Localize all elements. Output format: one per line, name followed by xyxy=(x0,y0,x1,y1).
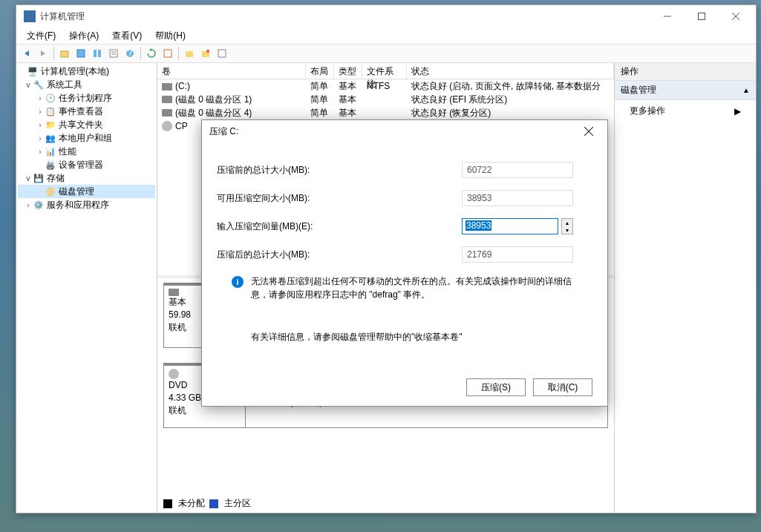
volume-icon xyxy=(162,83,172,91)
input-amount-spinner: 38953 ▲ ▼ xyxy=(462,218,573,234)
available-label: 可用压缩空间大小(MB): xyxy=(217,192,462,205)
svg-rect-17 xyxy=(218,50,226,57)
cell: 状态良好 (启动, 页面文件, 故障转储, 基本数据分 xyxy=(407,79,614,93)
toolbar-icon-2[interactable] xyxy=(90,46,105,61)
actions-panel: 操作 磁盘管理 ▲ 更多操作 ▶ xyxy=(615,63,756,513)
info-text-1: 无法将卷压缩到超出任何不可移动的文件所在的点。有关完成该操作时间的详细信息，请参… xyxy=(251,275,578,301)
menu-file[interactable]: 文件(F) xyxy=(21,28,62,44)
total-before-label: 压缩前的总计大小(MB): xyxy=(217,164,462,177)
toolbar-icon-4[interactable] xyxy=(182,46,197,61)
cell xyxy=(362,99,407,100)
properties-button[interactable] xyxy=(106,46,121,61)
tree-label: 设备管理器 xyxy=(59,159,103,171)
cell: 简单 xyxy=(306,79,334,93)
cell: 基本 xyxy=(334,79,362,93)
refresh-button[interactable] xyxy=(144,46,159,61)
tree-local-users[interactable]: ›👥本地用户和组 xyxy=(18,131,155,145)
volume-icon xyxy=(162,109,172,116)
col-status[interactable]: 状态 xyxy=(407,63,614,79)
cd-icon xyxy=(162,121,172,131)
tree-event-viewer[interactable]: ›📋事件查看器 xyxy=(18,105,155,118)
cell: 状态良好 (EFI 系统分区) xyxy=(407,93,614,107)
tree-services-apps[interactable]: ›⚙️服务和应用程序 xyxy=(18,198,155,211)
tree-label: 服务和应用程序 xyxy=(47,199,109,211)
tree-label: 任务计划程序 xyxy=(59,92,112,105)
actions-more-label: 更多操作 xyxy=(630,105,665,117)
spinner-up-button[interactable]: ▲ xyxy=(562,219,572,226)
col-layout[interactable]: 布局 xyxy=(306,63,334,79)
col-fs[interactable]: 文件系统 xyxy=(362,63,407,79)
actions-section[interactable]: 磁盘管理 ▲ xyxy=(615,81,756,100)
cell: 简单 xyxy=(306,93,334,107)
tree-task-scheduler[interactable]: ›🕒任务计划程序 xyxy=(18,91,155,105)
actions-more[interactable]: 更多操作 ▶ xyxy=(615,100,756,122)
tree-label: 本地用户和组 xyxy=(59,132,112,145)
actions-section-label: 磁盘管理 xyxy=(621,84,656,96)
dialog-buttons: 压缩(S) 取消(C) xyxy=(202,369,607,406)
tree-label: 存储 xyxy=(47,172,65,185)
menubar: 文件(F) 操作(A) 查看(V) 帮助(H) xyxy=(16,27,756,44)
tree-performance[interactable]: ›📊性能 xyxy=(18,145,155,158)
back-button[interactable] xyxy=(19,46,34,61)
cell: 基本 xyxy=(334,93,362,107)
toolbar-icon-5[interactable] xyxy=(198,46,213,61)
spinner-down-button[interactable]: ▼ xyxy=(562,226,572,234)
tree-label: 共享文件夹 xyxy=(59,119,103,131)
maximize-button[interactable] xyxy=(685,5,719,27)
info-row-1: i 无法将卷压缩到超出任何不可移动的文件所在的点。有关完成该操作时间的详细信息，… xyxy=(232,275,578,301)
svg-rect-13 xyxy=(164,50,172,57)
list-row[interactable]: (磁盘 0 磁盘分区 1)简单基本状态良好 (EFI 系统分区) xyxy=(157,93,614,106)
forward-button[interactable] xyxy=(36,46,50,61)
cell: (磁盘 0 磁盘分区 1) xyxy=(175,94,252,105)
svg-rect-4 xyxy=(61,51,68,57)
legend-swatch-primary xyxy=(209,499,218,508)
menu-help[interactable]: 帮助(H) xyxy=(149,28,192,44)
app-icon xyxy=(24,10,36,22)
svg-rect-5 xyxy=(77,50,85,57)
cell: 状态良好 (恢复分区) xyxy=(407,106,614,120)
cell xyxy=(362,112,407,114)
close-button[interactable] xyxy=(719,5,753,27)
cancel-button[interactable]: 取消(C) xyxy=(533,378,592,396)
tree-storage[interactable]: v💾存储 xyxy=(18,171,155,185)
shrink-button[interactable]: 压缩(S) xyxy=(466,378,526,396)
list-row[interactable]: (磁盘 0 磁盘分区 4)简单基本状态良好 (恢复分区) xyxy=(157,106,614,119)
toolbar-icon-3[interactable] xyxy=(160,46,175,61)
legend-label: 主分区 xyxy=(224,497,251,510)
legend-label: 未分配 xyxy=(178,497,205,510)
tree-disk-management[interactable]: 📀磁盘管理 xyxy=(18,185,155,198)
col-type[interactable]: 类型 xyxy=(334,63,362,79)
help-button[interactable]: ? xyxy=(123,46,137,61)
total-after-value: 21769 xyxy=(462,246,573,263)
up-button[interactable] xyxy=(57,46,72,61)
toolbar-icon-6[interactable] xyxy=(215,46,229,61)
svg-text:?: ? xyxy=(128,48,133,58)
list-row[interactable]: (C:)简单基本NTFS状态良好 (启动, 页面文件, 故障转储, 基本数据分 xyxy=(157,79,614,93)
input-amount-field[interactable] xyxy=(462,218,558,234)
shrink-dialog: 压缩 C: 压缩前的总计大小(MB): 60722 可用压缩空间大小(MB): … xyxy=(201,119,608,407)
info-text-2: 有关详细信息，请参阅磁盘管理帮助中的"收缩基本卷" xyxy=(251,331,463,344)
svg-rect-8 xyxy=(110,50,117,57)
collapse-icon: ▲ xyxy=(742,86,750,94)
volume-icon xyxy=(162,96,172,103)
tree-label: 系统工具 xyxy=(47,79,82,91)
total-before-value: 60722 xyxy=(462,162,573,178)
total-after-label: 压缩后的总计大小(MB): xyxy=(217,249,462,261)
cell: (C:) xyxy=(175,81,190,91)
input-amount-label: 输入压缩空间量(MB)(E): xyxy=(217,220,462,233)
tree-root-label: 计算机管理(本地) xyxy=(41,65,109,78)
tree-shared-folders[interactable]: ›📁共享文件夹 xyxy=(18,118,155,131)
minimize-button[interactable] xyxy=(650,5,685,27)
menu-view[interactable]: 查看(V) xyxy=(106,28,148,44)
toolbar-icon-1[interactable] xyxy=(74,46,88,61)
info-icon: i xyxy=(232,276,244,288)
menu-action[interactable]: 操作(A) xyxy=(63,28,105,44)
col-volume[interactable]: 卷 xyxy=(157,63,306,79)
tree-system-tools[interactable]: v🔧系统工具 xyxy=(18,78,155,91)
cell: CP xyxy=(175,121,188,131)
tree-root[interactable]: 🖥️计算机管理(本地) xyxy=(18,65,155,78)
tree-panel: 🖥️计算机管理(本地) v🔧系统工具 ›🕒任务计划程序 ›📋事件查看器 ›📁共享… xyxy=(16,63,157,513)
dialog-close-button[interactable] xyxy=(578,120,600,142)
tree-device-manager[interactable]: 🖨️设备管理器 xyxy=(18,158,155,171)
dialog-body: 压缩前的总计大小(MB): 60722 可用压缩空间大小(MB): 38953 … xyxy=(202,142,607,369)
